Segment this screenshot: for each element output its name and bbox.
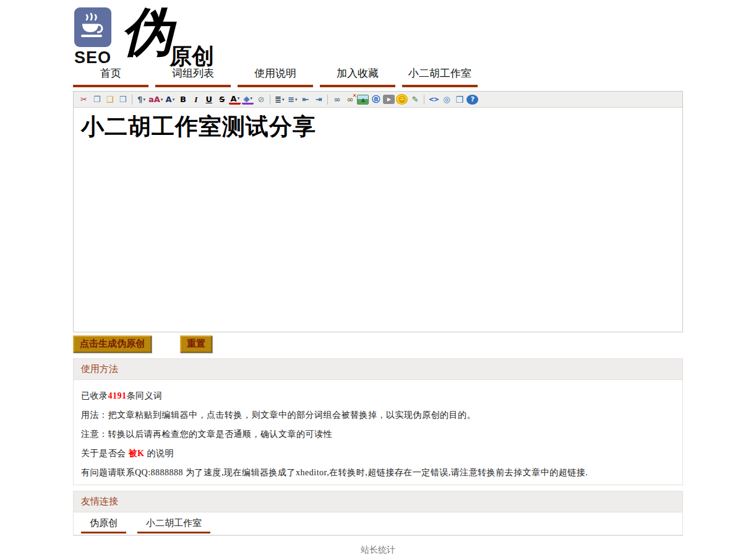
editor-heading-text: 小二胡工作室测试分享 bbox=[81, 111, 675, 142]
rich-text-editor: ✂ ❐ ❑ ❒ ¶ aA A B I U S A ◆ ⊘ ≣ ≡ ⇤ ⇥ ∞ ∞… bbox=[73, 91, 683, 332]
image-icon[interactable]: ▲ bbox=[357, 95, 369, 105]
font-color-icon[interactable]: A bbox=[229, 95, 241, 105]
align-icon[interactable]: ≣ bbox=[273, 93, 285, 105]
webmaster-stats-link[interactable]: 站长统计 bbox=[361, 545, 395, 555]
edit-pencil-icon[interactable]: ✎ bbox=[409, 93, 421, 105]
friend-links-title: 友情连接 bbox=[74, 491, 682, 512]
banned-prefix: 关于是否会 bbox=[81, 449, 129, 458]
link-icon[interactable]: ∞ bbox=[331, 93, 343, 105]
count-prefix: 已收录 bbox=[81, 391, 108, 400]
site-header: SEO 伪 原创 bbox=[73, 0, 683, 64]
font-size-icon[interactable]: A bbox=[164, 93, 176, 105]
nav-tab-home[interactable]: 首页 bbox=[73, 66, 148, 87]
usage-line-contact: 有问题请联系QQ:8888888 为了速度,现在编辑器换成了xheditor,在… bbox=[81, 467, 675, 478]
italic-icon[interactable]: I bbox=[190, 93, 202, 105]
synonym-count: 4191 bbox=[108, 391, 127, 400]
source-code-icon[interactable]: <> bbox=[427, 93, 439, 105]
preview-icon[interactable]: ◎ bbox=[440, 93, 452, 105]
usage-line-banned: 关于是否会 被K 的说明 bbox=[81, 448, 675, 459]
editor-toolbar: ✂ ❐ ❑ ❒ ¶ aA A B I U S A ◆ ⊘ ≣ ≡ ⇤ ⇥ ∞ ∞… bbox=[74, 92, 682, 108]
flash-icon[interactable]: ⓐ bbox=[370, 93, 382, 105]
usage-panel-title: 使用方法 bbox=[74, 359, 682, 380]
count-suffix: 条同义词 bbox=[127, 391, 163, 400]
nav-tab-instructions[interactable]: 使用说明 bbox=[238, 66, 313, 87]
friend-links-row: 伪原创 小二胡工作室 bbox=[74, 512, 682, 535]
friend-links-panel: 友情连接 伪原创 小二胡工作室 bbox=[73, 491, 683, 536]
main-nav: 首页 词组列表 使用说明 加入收藏 小二胡工作室 bbox=[73, 66, 683, 87]
background-color-icon[interactable]: ◆ bbox=[242, 95, 254, 105]
banned-suffix: 的说明 bbox=[144, 449, 174, 458]
outdent-icon[interactable]: ⇤ bbox=[299, 93, 311, 105]
page-container: SEO 伪 原创 首页 词组列表 使用说明 加入收藏 小二胡工作室 ✂ ❐ ❑ … bbox=[73, 0, 683, 556]
indent-icon[interactable]: ⇥ bbox=[312, 93, 324, 105]
copy-icon[interactable]: ❐ bbox=[91, 93, 103, 105]
usage-line-count: 已收录4191条同义词 bbox=[81, 391, 675, 402]
usage-panel: 使用方法 已收录4191条同义词 用法：把文章粘贴到编辑器中，点击转换，则文章中… bbox=[73, 358, 683, 485]
site-wordmark: 伪 原创 bbox=[121, 7, 214, 72]
bold-icon[interactable]: B bbox=[177, 93, 189, 105]
reset-button[interactable]: 重置 bbox=[180, 335, 212, 353]
unlink-icon[interactable]: ∞ bbox=[344, 93, 356, 105]
generate-button[interactable]: 点击生成伪原创 bbox=[73, 335, 152, 353]
strikethrough-icon[interactable]: S bbox=[216, 93, 228, 105]
banned-keyword: 被K bbox=[129, 449, 145, 458]
underline-icon[interactable]: U bbox=[203, 93, 215, 105]
nav-tab-add-favorite[interactable]: 加入收藏 bbox=[320, 66, 395, 87]
remove-format-icon[interactable]: ⊘ bbox=[255, 93, 267, 105]
site-logo[interactable]: SEO bbox=[73, 7, 113, 67]
usage-line-notice: 注意：转换以后请再检查您的文章是否通顺，确认文章的可读性 bbox=[81, 429, 675, 440]
emoticon-icon[interactable]: ☺ bbox=[396, 94, 408, 105]
list-icon[interactable]: ≡ bbox=[286, 93, 298, 105]
cut-icon[interactable]: ✂ bbox=[78, 93, 90, 105]
wordmark-main: 伪 bbox=[121, 7, 173, 57]
usage-line-howto: 用法：把文章粘贴到编辑器中，点击转换，则文章中的部分词组会被替换掉，以实现伪原创… bbox=[81, 410, 675, 421]
page-footer: 站长统计 bbox=[73, 544, 683, 556]
friend-link-weiyuanchuang[interactable]: 伪原创 bbox=[81, 517, 126, 533]
toolbar-divider bbox=[424, 95, 424, 105]
toolbar-divider bbox=[270, 95, 270, 105]
seo-label: SEO bbox=[74, 48, 111, 67]
paste-word-icon[interactable]: ❒ bbox=[117, 93, 129, 105]
coffee-cup-icon bbox=[74, 7, 111, 47]
nav-tab-phrase-list[interactable]: 词组列表 bbox=[155, 66, 231, 87]
fullscreen-icon[interactable]: ❒ bbox=[453, 93, 465, 105]
paste-icon[interactable]: ❑ bbox=[104, 93, 116, 105]
toolbar-divider bbox=[132, 95, 132, 105]
friend-link-studio[interactable]: 小二胡工作室 bbox=[137, 517, 210, 533]
paragraph-format-icon[interactable]: ¶ bbox=[135, 93, 147, 105]
nav-tab-studio[interactable]: 小二胡工作室 bbox=[402, 66, 478, 87]
font-name-icon[interactable]: aA bbox=[148, 93, 163, 105]
action-bar: 点击生成伪原创 重置 bbox=[73, 335, 683, 353]
editor-content-area[interactable]: 小二胡工作室测试分享 bbox=[74, 108, 682, 332]
help-icon[interactable]: ? bbox=[466, 95, 478, 105]
media-icon[interactable]: ▶ bbox=[383, 95, 395, 104]
toolbar-divider bbox=[327, 95, 328, 105]
usage-panel-body: 已收录4191条同义词 用法：把文章粘贴到编辑器中，点击转换，则文章中的部分词组… bbox=[74, 380, 682, 485]
